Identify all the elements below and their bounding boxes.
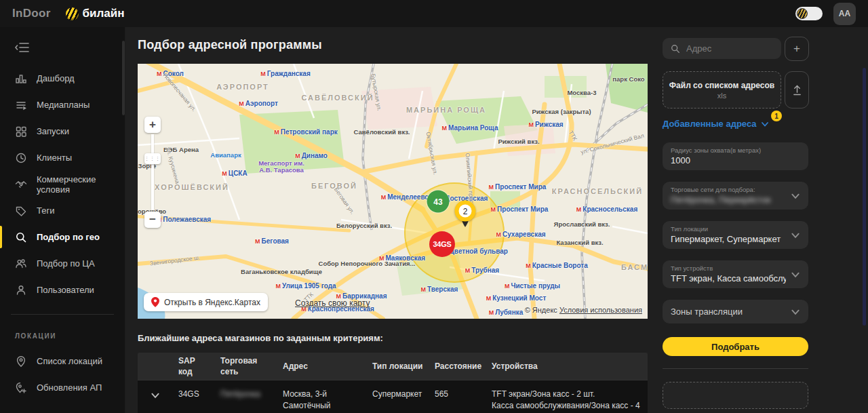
terms-of-use-link[interactable]: Условия использования: [559, 306, 642, 314]
map-label: МБеговая: [255, 237, 289, 245]
metro-icon: М: [260, 70, 266, 77]
column-header: Торговая сеть: [215, 353, 277, 380]
map-zoom-in-button[interactable]: +: [144, 117, 161, 133]
sidebar-item-clients[interactable]: Клиенты: [0, 144, 125, 171]
divider: [663, 368, 808, 369]
map-label: Москва-3: [567, 89, 596, 96]
sidebar-item-users[interactable]: Пользователи: [0, 277, 125, 303]
upload-format: xls: [717, 92, 726, 100]
chevron-down-icon: [791, 191, 800, 201]
network-cell: Пятёрочка: [215, 386, 277, 413]
location-type-select[interactable]: Тип локации Гипермаркет, Супермаркет: [663, 221, 808, 249]
results-title: Ближайшие адреса магазинов по заданным к…: [138, 333, 651, 343]
column-header: Адрес: [277, 358, 367, 374]
map-label: Ярославский вкз.: [554, 220, 610, 228]
radius-field[interactable]: Радиус зоны охвата(в метрах) 1000: [663, 142, 808, 170]
sidebar-item-audience[interactable]: Подбор по ЦА: [0, 250, 125, 277]
networks-label: Торговые сети для подбора:: [671, 186, 800, 193]
yandex-map[interactable]: АЭРОПОРТСАВЁЛОВСКИЙМАРЬИНА РОЩАХОРОШЁВСК…: [138, 64, 648, 319]
create-own-map-link[interactable]: Создать свою карту: [295, 298, 370, 308]
metro-icon: М: [295, 152, 300, 159]
sidebar-item-label: Пользователи: [37, 285, 94, 295]
column-header: Тип локации: [367, 358, 429, 374]
chevron-down-icon: [791, 231, 800, 240]
metro-icon: М: [442, 124, 448, 131]
sidebar-item-loclist[interactable]: Список локаций: [0, 348, 125, 374]
open-yandex-maps-button[interactable]: Открыть в Яндекс.Картах: [144, 293, 268, 311]
map-label: МПетровский парк: [274, 128, 337, 136]
metro-icon: М: [486, 294, 492, 301]
sidebar-item-label: Подбор по ЦА: [37, 258, 95, 269]
results-table: SAP кодТорговая сетьАдресТип локацииРасс…: [138, 353, 648, 413]
sidebar-item-tags[interactable]: Теги: [0, 197, 125, 224]
column-header: Расстояние: [429, 358, 486, 374]
sidebar-item-dashboard[interactable]: Дашборд: [0, 65, 125, 92]
address-search-input[interactable]: Адрес: [663, 38, 781, 59]
sidebar-scrollbar[interactable]: [122, 41, 125, 115]
expand-row-button[interactable]: [138, 386, 173, 413]
sap-code-cell: 34GS: [173, 386, 215, 413]
trade-networks-select[interactable]: Торговые сети для подбора: Пятёрочка, Пе…: [663, 182, 808, 210]
beeline-wordmark: билайн: [83, 7, 125, 20]
map-label: А.В. Тарасова: [259, 166, 304, 174]
metro-icon: М: [465, 267, 471, 273]
map-marker-43[interactable]: 43: [427, 191, 450, 213]
location-type-label: Тип локации: [671, 225, 800, 233]
map-label: Савёловский вкз.: [353, 128, 410, 136]
map-zoom-out-button[interactable]: −: [144, 212, 161, 228]
add-address-button[interactable]: +: [785, 37, 809, 61]
broadcast-zones-select[interactable]: Зоны трансляции: [663, 300, 808, 323]
sidebar-item-launches[interactable]: Запуски: [0, 118, 125, 144]
page-scrollbar[interactable]: [863, 68, 866, 326]
map-label: БАСМА: [621, 263, 648, 271]
map-label: КРАСНОСЕЛЬСКИЙ: [552, 187, 643, 195]
locupdate-icon: [15, 382, 27, 394]
upload-file-button[interactable]: [785, 71, 809, 109]
bottom-dropzone[interactable]: [663, 382, 808, 409]
table-row[interactable]: 34GSПятёрочкаМосква, 3-й Самотёчный пере…: [138, 380, 648, 413]
theme-toggle[interactable]: [795, 7, 823, 20]
map-label: МКузнецкий Мост: [486, 294, 547, 302]
map-label: Рижский вкз.: [498, 138, 539, 145]
file-upload-dropzone[interactable]: Файл со списком адресов xls: [663, 71, 781, 109]
metro-icon: М: [421, 286, 427, 292]
main-content: Подбор адресной программы: [125, 27, 651, 413]
sidebar-item-label: Обновления АП: [37, 382, 102, 393]
search-icon: [671, 44, 680, 54]
metro-icon: М: [255, 237, 260, 244]
sidebar-item-locupdate[interactable]: Обновления АП: [0, 374, 125, 401]
metro-icon: М: [381, 193, 387, 200]
sidebar-item-commercial[interactable]: Коммерческие условия: [0, 171, 125, 197]
sidebar-item-label: Клиенты: [37, 153, 72, 163]
sidebar-item-label: Теги: [37, 205, 54, 216]
sidebar-item-geo[interactable]: Подбор по гео: [0, 224, 125, 250]
added-addresses-link[interactable]: Добавленные адреса: [663, 119, 757, 129]
map-label: ХОРОШЁВСКИЙ: [155, 183, 229, 191]
map-marker-34GS[interactable]: 34GS: [429, 231, 455, 257]
column-header: Устройства: [486, 358, 648, 374]
map-zoom-slider-handle[interactable]: ⋮⋮⋮: [144, 153, 161, 164]
commercial-icon: [15, 178, 27, 191]
collapse-sidebar-button[interactable]: [15, 41, 30, 54]
metro-icon: М: [275, 282, 281, 289]
indoor-logo: InDoor: [12, 7, 51, 20]
map-label: МГражданская: [260, 70, 310, 77]
metro-icon: М: [274, 128, 279, 135]
copyright-text: © Яндекс: [525, 306, 557, 314]
map-marker-2[interactable]: 2: [455, 201, 476, 222]
radius-label: Радиус зоны охвата(в метрах): [671, 146, 800, 154]
location-type-cell: Супермаркет: [367, 386, 429, 413]
submit-button[interactable]: Подобрать: [663, 337, 808, 356]
metro-icon: М: [576, 205, 582, 212]
chevron-down-icon: [791, 307, 800, 317]
address-cell: Москва, 3-й Самотёчный переулок, 11с1: [277, 386, 367, 413]
upload-title: Файл со списком адресов: [669, 81, 774, 90]
map-label: Авиапарк: [210, 151, 241, 159]
device-type-select[interactable]: Тип устройств TFT экран, Касса самообслу…: [663, 260, 808, 288]
user-avatar[interactable]: AA: [833, 3, 856, 25]
chevron-down-icon[interactable]: [761, 120, 769, 128]
radius-value: 1000: [671, 155, 800, 165]
layout: ДашбордМедиапланыЗапускиКлиентыКоммерчес…: [0, 27, 868, 413]
broadcast-zones-label: Зоны трансляции: [671, 307, 743, 317]
sidebar-item-mediaplans[interactable]: Медиапланы: [0, 92, 125, 118]
